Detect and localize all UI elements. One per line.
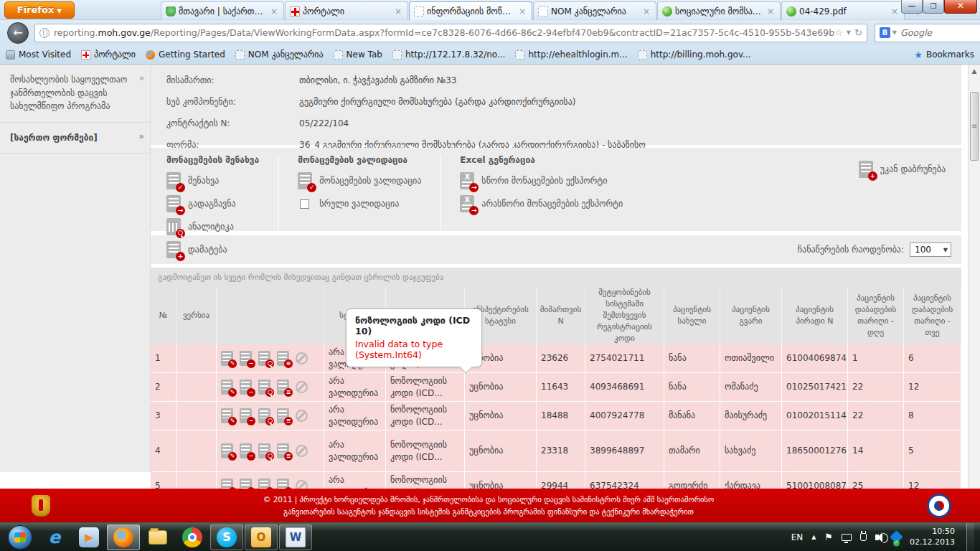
close-button[interactable] (944, 0, 977, 14)
toolbar-action[interactable]: სრული ვალიდაცია (298, 194, 421, 213)
go-back-button[interactable]: + უკან დაბრუნება (859, 161, 946, 178)
toolbar-action[interactable]: →არასწორი მონაცემების ექსპორტი (460, 194, 623, 213)
network-icon[interactable] (842, 534, 852, 541)
toolbar-action[interactable]: →სწორი მონაცემების ექსპორტი (460, 171, 623, 190)
action-center-flag-icon[interactable]: ⚑ (824, 532, 833, 542)
taskbar-start-button[interactable] (4, 524, 37, 550)
bookmark-item[interactable]: http://ehealthlogin.m... (515, 50, 627, 60)
taskbar-skype-button[interactable] (210, 524, 243, 550)
column-header[interactable]: ვერსია (176, 287, 217, 344)
bookmark-item[interactable]: http://billing.moh.gov... (638, 50, 751, 60)
column-header[interactable]: № (151, 287, 176, 344)
delete-record-icon[interactable]: − (240, 443, 252, 458)
edit-record-icon[interactable]: ✎ (221, 351, 233, 366)
firefox-menu-button[interactable]: Firefox▼ (4, 1, 75, 19)
url-bar[interactable]: reporting.moh.gov.ge/Reporting/Pages/Dat… (34, 24, 867, 42)
checkbox[interactable] (300, 199, 309, 209)
tab-close-icon[interactable]: × (393, 6, 403, 17)
url-dropdown-icon[interactable]: ▼ (847, 29, 851, 36)
delete-record-icon[interactable]: − (240, 479, 252, 489)
language-indicator[interactable]: EN (791, 532, 804, 542)
browser-tab[interactable]: სოციალური მომსახურე...× (657, 1, 781, 20)
tab-close-icon[interactable]: × (269, 6, 279, 17)
column-header[interactable]: პაციენტის გვარი (720, 287, 782, 344)
taskbar-firefox-button[interactable] (107, 524, 140, 550)
column-header[interactable]: პაციენტის დაბადების თარიღი - დღე (848, 287, 904, 344)
bookmarks-menu[interactable]: ★ Bookmarks (914, 50, 974, 60)
vertical-scrollbar[interactable]: ▲ (968, 65, 980, 489)
taskbar-explorer-button[interactable] (141, 524, 174, 550)
taskbar-chrome-button[interactable] (176, 524, 209, 550)
edit-record-icon[interactable]: ✎ (221, 408, 233, 423)
browser-tab[interactable]: პორტალი× (285, 1, 408, 20)
tab-close-icon[interactable]: × (890, 6, 900, 17)
scrollbar-thumb[interactable] (970, 92, 979, 161)
toolbar-action[interactable]: →გადაგზავნა (166, 194, 259, 213)
clock[interactable]: 10:50 02.12.2013 (910, 527, 958, 548)
record-log-icon[interactable]: ≡ (277, 351, 289, 366)
dropbox-icon[interactable] (890, 530, 903, 543)
view-record-icon[interactable] (258, 443, 270, 458)
column-header[interactable]: მიმართვის N (537, 287, 585, 344)
bookmark-item[interactable]: პორტალი (81, 50, 136, 60)
bookmark-item[interactable]: NOM კანცელარია (235, 50, 324, 60)
scroll-up-arrow-icon[interactable]: ▲ (969, 65, 980, 75)
column-header[interactable]: პაციენტის დაბადების თარიღი - თვე (904, 287, 961, 344)
delete-record-icon[interactable]: − (240, 380, 252, 395)
search-box[interactable]: 8 ▼ (875, 24, 980, 42)
view-record-icon[interactable] (258, 479, 270, 489)
tray-expand-icon[interactable]: ▲ (811, 534, 816, 540)
bookmark-item[interactable]: Most Visited (6, 50, 71, 60)
taskbar-ie-button[interactable] (38, 524, 71, 550)
toolbar-action[interactable]: ✓მონაცემების ვალიდაცია (298, 171, 421, 190)
sidebar-item[interactable]: [საერთო ფორმები]» (0, 123, 150, 154)
column-header[interactable] (217, 287, 324, 344)
delete-record-icon[interactable]: − (240, 408, 252, 423)
bookmark-item[interactable]: http://172.17.8.32/no... (392, 50, 506, 60)
site-identity-globe-icon[interactable] (39, 28, 50, 38)
taskbar-word-button[interactable] (279, 524, 312, 550)
bookmark-item[interactable]: New Tab (334, 50, 382, 60)
power-icon[interactable] (860, 533, 867, 541)
record-log-icon[interactable]: ≡ (277, 408, 289, 423)
browser-tab[interactable]: მთავარი | საქართველ...× (161, 1, 284, 20)
view-record-icon[interactable] (258, 380, 270, 395)
record-log-icon[interactable]: ≡ (277, 479, 289, 489)
record-log-icon[interactable]: ≡ (277, 443, 289, 458)
url-text[interactable]: reporting.moh.gov.ge/Reporting/Pages/Dat… (54, 27, 834, 38)
show-desktop-button[interactable] (966, 523, 974, 551)
bookmark-star-icon[interactable]: ☆ (834, 27, 843, 38)
toolbar-action[interactable]: ✓შენახვა (166, 171, 259, 190)
record-log-icon[interactable]: ≡ (277, 380, 289, 395)
edit-record-icon[interactable]: ✎ (221, 443, 233, 458)
view-record-icon[interactable] (258, 408, 270, 423)
tab-close-icon[interactable]: × (765, 6, 776, 17)
add-record-button[interactable]: + დამატება (166, 241, 227, 258)
edit-record-icon[interactable]: ✎ (221, 380, 233, 395)
restore-button[interactable] (923, 0, 944, 14)
delete-record-icon[interactable]: − (240, 351, 252, 366)
back-button[interactable]: ← (7, 22, 29, 44)
browser-tab[interactable]: ინფორმაციის მოწოდება× (409, 1, 532, 20)
bookmark-item[interactable]: Getting Started (146, 50, 225, 60)
view-record-icon[interactable] (258, 351, 270, 366)
search-engine-dropdown-icon[interactable]: ▼ (892, 29, 897, 36)
tab-close-icon[interactable]: × (641, 6, 651, 17)
taskbar-wmp-button[interactable] (72, 524, 105, 550)
placeholder-icon (414, 6, 424, 17)
browser-tab[interactable]: NOM კანცელარია× (533, 1, 656, 20)
browser-tab[interactable]: 04-429.pdf× (781, 1, 905, 20)
edit-record-icon[interactable]: ✎ (221, 479, 233, 489)
records-count-select[interactable]: 100 ▼ (910, 242, 951, 257)
tab-close-icon[interactable]: × (517, 6, 527, 17)
reload-icon[interactable]: ↻ (854, 27, 862, 38)
taskbar-outlook-button[interactable] (245, 524, 278, 550)
sidebar-item[interactable]: მოსახლეობის საყოველთაო ჯანმრთელობის დაცვ… (0, 65, 150, 123)
volume-icon[interactable] (875, 534, 879, 540)
column-header[interactable]: პაციენტის სახელი (664, 287, 720, 344)
column-header[interactable]: პაციენტის პირადი N (782, 287, 848, 344)
toolbar-action[interactable]: ანალიტიკა (166, 217, 259, 236)
column-header[interactable]: შეტყობინების სისტემაში შემთხვევის რეგისტ… (585, 287, 664, 344)
search-input[interactable] (900, 27, 980, 38)
minimize-button[interactable] (901, 0, 923, 14)
